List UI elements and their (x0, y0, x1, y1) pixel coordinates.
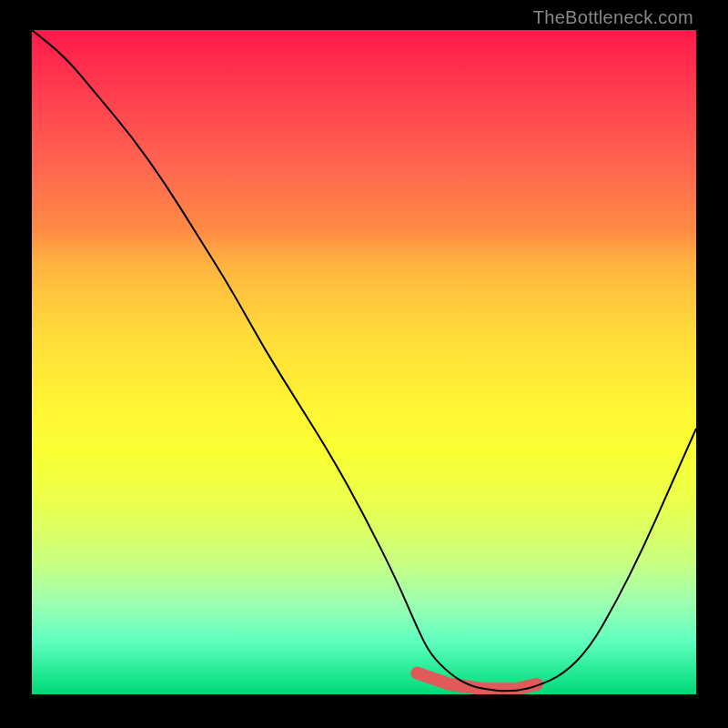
bottleneck-curve-line (32, 30, 696, 691)
plot-area (32, 30, 696, 694)
watermark-text: TheBottleneck.com (533, 7, 693, 28)
chart-container: TheBottleneck.com (0, 0, 728, 728)
curve-svg (32, 30, 696, 694)
